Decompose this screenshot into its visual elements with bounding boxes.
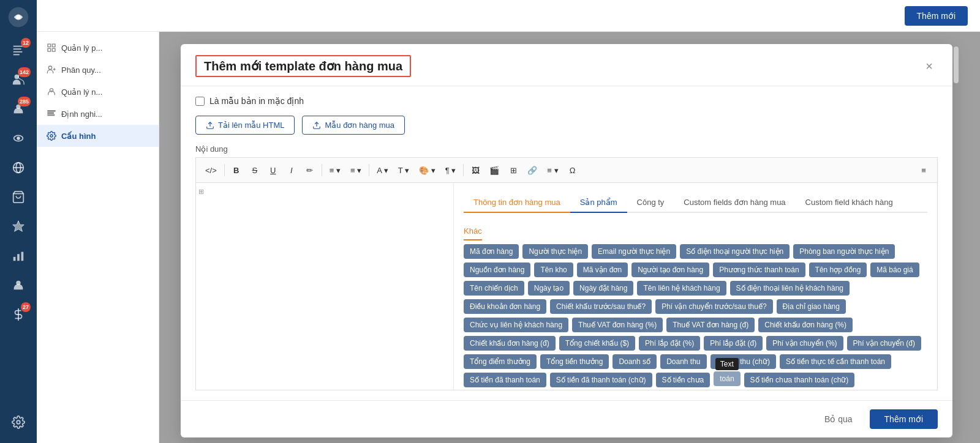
tag-ngay-tao[interactable]: Ngày tạo	[528, 281, 570, 296]
tag-chiet-khau-d[interactable]: Chiết khấu đơn hàng (đ)	[464, 336, 556, 351]
tag-chua-tt-2[interactable]: toán	[714, 371, 740, 386]
tag-nguoi-tao[interactable]: Người tạo đơn hàng	[631, 262, 709, 277]
modal-title: Thêm mới template đơn hàng mua	[195, 55, 411, 77]
tag-sdt-nguoi-th[interactable]: Số điện thoại người thực hiện	[680, 244, 790, 259]
tag-da-thanh-toan[interactable]: Số tiền đã thanh toán	[464, 373, 546, 387]
tag-ma-van-don[interactable]: Mã vận đơn	[577, 262, 628, 277]
tab-custom-fields[interactable]: Custom fields đơn hàng mua	[674, 193, 795, 213]
tab-thong-tin[interactable]: Thông tin đơn hàng mua	[464, 193, 570, 213]
nav-profile[interactable]: 285	[5, 95, 32, 122]
tag-doanh-thu-chu[interactable]: Doanh thu (chữ)	[710, 354, 776, 369]
tab-khac[interactable]: Khác	[464, 223, 482, 240]
toolbar-italic[interactable]: I	[283, 162, 300, 179]
toolbar-table[interactable]: ⊞	[505, 162, 522, 179]
tag-chua-tt[interactable]: Số tiền chưa	[656, 373, 710, 387]
checkbox-row: Là mẫu bản in mặc định	[195, 96, 938, 106]
nav-star[interactable]	[5, 213, 32, 240]
tag-dieu-khoan[interactable]: Điều khoản đơn hàng	[464, 299, 546, 314]
tag-thue-vat-d[interactable]: Thuế VAT đơn hàng (đ)	[666, 318, 755, 332]
toolbar-strikethrough[interactable]: S	[246, 162, 263, 179]
add-new-top-button[interactable]: Thêm mới	[905, 6, 968, 26]
tag-ma-bao-gia[interactable]: Mã báo giá	[870, 262, 919, 277]
tag-ten-chien-dich[interactable]: Tên chiến dịch	[464, 281, 524, 296]
toolbar-special[interactable]: Ω	[564, 162, 581, 179]
toolbar-more[interactable]: ≡	[915, 162, 932, 179]
nav-settings-bottom[interactable]	[5, 409, 32, 436]
toolbar-highlight[interactable]: ✏	[301, 162, 318, 179]
toolbar-align[interactable]: ≡ ▾	[543, 162, 562, 179]
upload-html-button[interactable]: Tải lên mẫu HTML	[195, 116, 295, 135]
confirm-add-button[interactable]: Thêm mới	[870, 409, 938, 429]
nav-management[interactable]: 12	[5, 37, 32, 64]
nav-globe[interactable]	[5, 154, 32, 181]
logo[interactable]	[6, 5, 31, 29]
svg-rect-3	[13, 48, 21, 50]
toolbar-font[interactable]: A ▾	[372, 162, 393, 179]
tag-dia-chi-giao-hang[interactable]: Địa chỉ giao hàng	[777, 299, 846, 314]
tag-doanh-thu[interactable]: Doanh thu	[660, 354, 706, 369]
tag-chiet-khau-tt[interactable]: Chiết khấu trước/sau thuế?	[550, 299, 652, 314]
tab-san-pham[interactable]: Sản phẩm	[570, 193, 627, 213]
toolbar-image[interactable]: 🖼	[467, 162, 484, 179]
modal-close-button[interactable]: ×	[921, 57, 938, 76]
nav-eye[interactable]	[5, 125, 32, 152]
tag-nguoi-thuc-hien[interactable]: Người thực hiện	[522, 244, 588, 259]
tab-cong-ty[interactable]: Công ty	[627, 193, 674, 213]
sidebar-item-quan-ly-n[interactable]: Quản lý n...	[37, 81, 159, 103]
nav-users[interactable]: 142	[5, 66, 32, 93]
sidebar-item-quan-ly[interactable]: Quản lý p...	[37, 37, 159, 59]
tag-chuc-vu-lien-he[interactable]: Chức vụ liên hệ khách hàng	[464, 318, 568, 332]
toolbar-video[interactable]: 🎬	[485, 162, 503, 179]
sample-order-button[interactable]: Mẫu đơn hàng mua	[302, 116, 405, 135]
tag-ten-kho[interactable]: Tên kho	[534, 262, 573, 277]
tag-so-tien-thuc-te[interactable]: Số tiền thực tế cần thanh toán	[780, 354, 891, 369]
editor-body[interactable]: ⊞ Thông tin đơn hàng mua Sản phẩm Công t…	[195, 182, 938, 390]
toolbar-color[interactable]: 🎨 ▾	[415, 162, 440, 179]
toolbar-code[interactable]: </>	[201, 162, 221, 179]
toolbar-list1[interactable]: ≡ ▾	[325, 162, 345, 179]
sidebar-item-phan-quyen[interactable]: Phân quy...	[37, 59, 159, 81]
toolbar-para[interactable]: ¶ ▾	[441, 162, 461, 179]
toolbar-list2[interactable]: ≡ ▾	[346, 162, 366, 179]
sidebar-item-dinh-nghia[interactable]: Định nghi...	[37, 103, 159, 125]
separator-2	[322, 164, 322, 176]
nav-cart[interactable]	[5, 184, 32, 210]
nav-chart[interactable]	[5, 242, 32, 269]
toolbar-underline[interactable]: U	[265, 162, 282, 179]
tag-thue-vat-pct[interactable]: Thuế VAT đơn hàng (%)	[572, 318, 663, 332]
sidebar: 12 142 285 27	[0, 0, 37, 443]
tag-ten-hop-dong[interactable]: Tên hợp đồng	[809, 262, 867, 277]
nav-dollar[interactable]: 27	[5, 301, 32, 328]
tag-ten-lien-he-kh[interactable]: Tên liên hệ khách hàng	[637, 281, 726, 296]
tag-nguon-don-hang[interactable]: Nguồn đơn hàng	[464, 262, 530, 277]
tag-da-tt-chu[interactable]: Số tiền đã thanh toán (chữ)	[550, 373, 652, 387]
tag-chua-tt-chu[interactable]: Số tiền chưa thanh toán (chữ)	[744, 373, 855, 387]
svg-rect-5	[13, 54, 20, 55]
tooltip-wrap: Text toán	[714, 373, 740, 387]
sidebar-item-cau-hinh[interactable]: Cấu hình	[37, 125, 159, 147]
tag-phi-lap-dat-d[interactable]: Phí lắp đặt (đ)	[704, 336, 763, 351]
tag-phi-van-chuyen-d[interactable]: Phí vận chuyển (đ)	[847, 336, 921, 351]
tag-phong-ban-nguoi-th[interactable]: Phòng ban người thực hiện	[793, 244, 895, 259]
tag-tong-tien-thuong[interactable]: Tổng tiền thưởng	[540, 354, 609, 369]
tag-phuong-thuc-tt[interactable]: Phương thức thanh toán	[713, 262, 805, 277]
tag-ngay-dat-hang[interactable]: Ngày đặt hàng	[573, 281, 633, 296]
toolbar-bold[interactable]: B	[228, 162, 245, 179]
tag-tong-chiet-khau[interactable]: Tổng chiết khấu ($)	[559, 336, 635, 351]
tag-email-nguoi-th[interactable]: Email người thực hiện	[592, 244, 676, 259]
tag-ma-don-hang[interactable]: Mã đơn hàng	[464, 244, 519, 259]
tab-custom-field-kh[interactable]: Custom field khách hàng	[796, 193, 903, 213]
toolbar-text[interactable]: T ▾	[394, 162, 413, 179]
tag-doanh-so[interactable]: Doanh số	[612, 354, 657, 369]
svg-point-25	[48, 66, 51, 69]
default-template-checkbox[interactable]	[195, 97, 205, 106]
nav-person[interactable]	[5, 272, 32, 299]
tag-phi-van-chuyen-pct[interactable]: Phí vận chuyển (%)	[766, 336, 843, 351]
tag-phi-van-chuyen-tt[interactable]: Phí vận chuyển trước/sau thuế?	[655, 299, 772, 314]
toolbar-link[interactable]: 🔗	[523, 162, 541, 179]
tag-phi-lap-dat-pct[interactable]: Phí lắp đặt (%)	[639, 336, 700, 351]
tag-tong-diem-thuong[interactable]: Tổng điểm thưởng	[464, 354, 537, 369]
cancel-button[interactable]: Bỏ qua	[815, 409, 862, 429]
tag-chiet-khau-pct[interactable]: Chiết khấu đơn hàng (%)	[758, 318, 853, 332]
tag-sdt-lien-he-kh[interactable]: Số điện thoại liên hệ khách hàng	[730, 281, 850, 296]
